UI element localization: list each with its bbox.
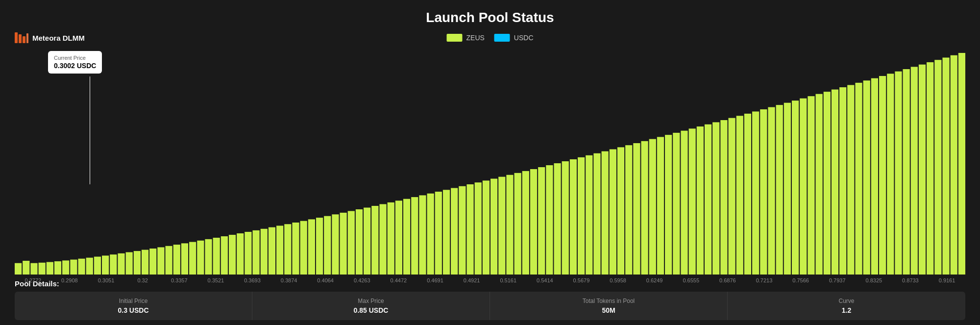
svg-rect-29 (213, 238, 220, 275)
pool-detail-value: 50M (500, 306, 717, 314)
price-tooltip: Current Price 0.3002 USDC (48, 51, 102, 74)
x-axis-label: 0.9161 (929, 277, 965, 283)
svg-rect-57 (435, 192, 442, 275)
svg-rect-27 (197, 241, 204, 275)
svg-rect-45 (340, 213, 347, 275)
pool-detail-cell: Curve1.2 (728, 292, 965, 320)
svg-rect-24 (173, 245, 180, 275)
svg-rect-90 (697, 126, 704, 275)
svg-rect-15 (102, 255, 109, 275)
svg-rect-42 (316, 218, 323, 275)
svg-rect-40 (300, 221, 307, 275)
svg-rect-3 (26, 33, 28, 43)
svg-rect-46 (348, 211, 355, 275)
svg-rect-51 (388, 202, 394, 275)
x-axis-label: 0.32 (124, 277, 161, 283)
svg-rect-63 (483, 180, 490, 275)
svg-rect-17 (118, 253, 124, 275)
chart-legend: ZEUS USDC (446, 34, 533, 42)
pool-detail-cell: Total Tokens in Pool50M (490, 292, 728, 320)
svg-rect-82 (633, 143, 640, 275)
svg-rect-117 (911, 67, 918, 275)
svg-rect-98 (760, 109, 767, 275)
svg-rect-5 (23, 261, 29, 275)
svg-rect-83 (641, 141, 648, 275)
svg-rect-48 (364, 208, 370, 275)
svg-rect-110 (855, 83, 862, 275)
svg-rect-108 (839, 87, 846, 275)
svg-rect-31 (229, 235, 236, 275)
svg-rect-88 (681, 131, 687, 275)
svg-rect-64 (490, 179, 497, 275)
svg-rect-114 (887, 74, 894, 275)
svg-rect-84 (649, 139, 656, 275)
svg-rect-103 (800, 99, 807, 275)
svg-rect-122 (951, 55, 957, 275)
svg-rect-11 (70, 260, 77, 275)
svg-rect-28 (205, 239, 212, 275)
svg-rect-73 (562, 161, 569, 275)
svg-rect-123 (958, 53, 965, 275)
svg-rect-26 (189, 242, 196, 275)
svg-rect-22 (157, 247, 164, 275)
x-axis-label: 0.6876 (710, 277, 746, 283)
pool-detail-cell: Initial Price0.3 USDC (15, 292, 252, 320)
svg-rect-8 (47, 262, 53, 275)
pool-detail-value: 1.2 (737, 306, 956, 314)
svg-rect-121 (942, 57, 949, 275)
svg-rect-107 (832, 90, 838, 275)
svg-rect-47 (356, 209, 363, 275)
x-axis-label: 0.7213 (746, 277, 783, 283)
svg-rect-58 (443, 190, 450, 275)
svg-rect-75 (578, 157, 585, 275)
svg-rect-102 (792, 100, 799, 275)
x-axis-label: 0.4263 (343, 277, 380, 283)
svg-rect-53 (403, 199, 410, 275)
svg-rect-59 (451, 188, 458, 275)
usdc-label: USDC (514, 34, 534, 42)
x-axis-label: 0.3874 (270, 277, 307, 283)
x-axis-label: 0.4921 (453, 277, 490, 283)
x-axis-label: 0.6555 (673, 277, 710, 283)
svg-rect-111 (863, 80, 870, 275)
svg-rect-105 (816, 94, 823, 275)
svg-rect-69 (530, 169, 537, 275)
svg-rect-0 (15, 32, 18, 43)
pool-detail-label: Total Tokens in Pool (500, 298, 717, 304)
zeus-color-swatch (446, 34, 462, 42)
pool-details-section: Pool Details: Initial Price0.3 USDCMax P… (15, 279, 965, 320)
svg-rect-39 (292, 223, 299, 275)
svg-rect-2 (23, 36, 25, 43)
svg-rect-49 (371, 206, 378, 275)
svg-rect-72 (554, 163, 561, 275)
svg-rect-18 (126, 252, 133, 275)
x-axis-label: 0.8325 (856, 277, 892, 283)
x-axis-label: 0.5414 (527, 277, 564, 283)
meteora-label: Meteora DLMM (32, 34, 85, 42)
svg-rect-19 (134, 251, 141, 275)
svg-rect-56 (427, 194, 434, 275)
svg-rect-55 (419, 195, 426, 275)
pool-detail-label: Max Price (262, 298, 480, 304)
svg-rect-91 (705, 125, 711, 275)
svg-rect-62 (475, 182, 482, 275)
svg-rect-101 (784, 103, 791, 275)
svg-rect-79 (610, 150, 616, 275)
svg-rect-78 (602, 151, 609, 275)
header-row: Meteora DLMM ZEUS USDC (15, 32, 965, 43)
svg-rect-81 (625, 145, 632, 275)
svg-rect-97 (752, 111, 759, 275)
svg-rect-70 (538, 167, 545, 275)
svg-rect-109 (847, 85, 854, 275)
svg-rect-71 (546, 165, 553, 275)
svg-rect-76 (586, 155, 592, 275)
x-axis-label: 0.8733 (892, 277, 929, 283)
svg-rect-44 (332, 214, 339, 275)
svg-rect-35 (261, 229, 268, 275)
svg-rect-33 (245, 232, 251, 275)
svg-rect-95 (736, 116, 743, 275)
pool-detail-label: Initial Price (24, 298, 242, 304)
x-axis-label: 0.5679 (563, 277, 600, 283)
svg-rect-112 (871, 78, 878, 275)
svg-rect-87 (673, 133, 680, 275)
